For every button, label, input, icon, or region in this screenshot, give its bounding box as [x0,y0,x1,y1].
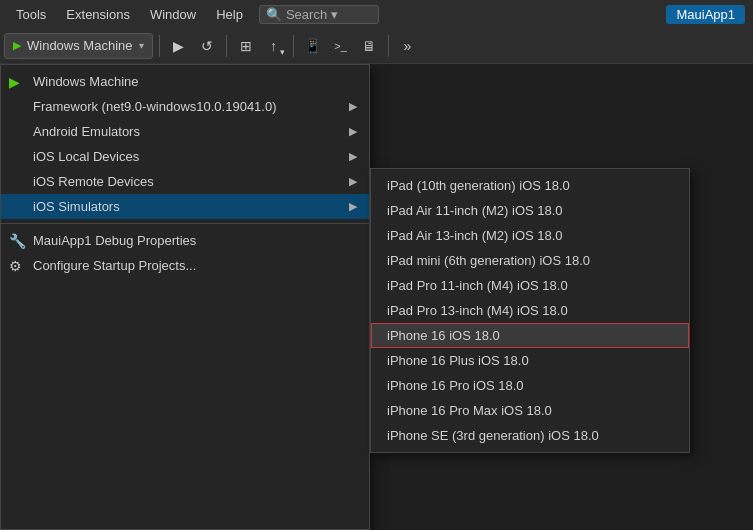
toolbar-separator-4 [388,35,389,57]
app-name-badge: MauiApp1 [666,5,745,24]
search-label: Search [286,7,327,22]
dropdown-item-android-emulators[interactable]: Android Emulators ▶ [1,119,369,144]
toolbar-separator-1 [159,35,160,57]
target-label: Windows Machine [27,38,133,53]
dropdown-item-ios-local-label: iOS Local Devices [33,149,139,164]
background-area [690,64,753,530]
device-button[interactable]: 📱 [300,33,326,59]
dropdown-item-windows-machine[interactable]: ▶ Windows Machine [1,69,369,94]
dropdown-item-ios-remote[interactable]: iOS Remote Devices ▶ [1,169,369,194]
menu-tools[interactable]: Tools [8,5,54,24]
submenu-ipad-air-11[interactable]: iPad Air 11-inch (M2) iOS 18.0 [371,198,689,223]
menu-window[interactable]: Window [142,5,204,24]
ios-simulators-arrow-icon: ▶ [349,200,357,213]
search-dropdown-arrow: ▾ [331,7,338,22]
search-bar[interactable]: 🔍 Search ▾ [259,5,379,24]
dropdown-item-configure-label: Configure Startup Projects... [33,258,196,273]
submenu-iphone-16-pro[interactable]: iPhone 16 Pro iOS 18.0 [371,373,689,398]
target-selector-button[interactable]: ▶ Windows Machine ▾ [4,33,153,59]
submenu-wrapper: iPad (10th generation) iOS 18.0 iPad Air… [370,64,690,530]
dropdown-item-ios-remote-label: iOS Remote Devices [33,174,154,189]
dropdown-item-ios-simulators[interactable]: iOS Simulators ▶ [1,194,369,219]
dropdown-separator [1,223,369,224]
toolbar-separator-3 [293,35,294,57]
ios-simulators-submenu: iPad (10th generation) iOS 18.0 iPad Air… [370,168,690,453]
menu-bar: Tools Extensions Window Help 🔍 Search ▾ … [0,0,753,28]
submenu-iphone-se-3rd[interactable]: iPhone SE (3rd generation) iOS 18.0 [371,423,689,448]
debug-props-wrench-icon: 🔧 [9,233,26,249]
toolbar: ▶ Windows Machine ▾ ▶ ↺ ⊞ ↑▾ 📱 >_ 🖥 » [0,28,753,64]
toolbar-separator-2 [226,35,227,57]
dropdown-item-framework[interactable]: Framework (net9.0-windows10.0.19041.0) ▶ [1,94,369,119]
search-icon: 🔍 [266,7,282,22]
dropdown-area: ▶ Windows Machine Framework (net9.0-wind… [0,64,753,530]
dropdown-item-windows-machine-label: Windows Machine [33,74,139,89]
dropdown-item-configure[interactable]: ⚙ Configure Startup Projects... [1,253,369,278]
dropdown-item-ios-simulators-label: iOS Simulators [33,199,120,214]
dropdown-item-debug-props-label: MauiApp1 Debug Properties [33,233,196,248]
monitor-button[interactable]: 🖥 [356,33,382,59]
restart-button[interactable]: ↺ [194,33,220,59]
submenu-ipad-10th[interactable]: iPad (10th generation) iOS 18.0 [371,173,689,198]
ios-remote-arrow-icon: ▶ [349,175,357,188]
submenu-ipad-mini-6[interactable]: iPad mini (6th generation) iOS 18.0 [371,248,689,273]
android-arrow-icon: ▶ [349,125,357,138]
ios-local-arrow-icon: ▶ [349,150,357,163]
run-button[interactable]: ▶ [166,33,192,59]
dropdown-item-debug-props[interactable]: 🔧 MauiApp1 Debug Properties [1,228,369,253]
framework-arrow-icon: ▶ [349,100,357,113]
configure-gear-icon: ⚙ [9,258,22,274]
layout-button[interactable]: ⊞ [233,33,259,59]
menu-extensions[interactable]: Extensions [58,5,138,24]
submenu-iphone-16-pro-max[interactable]: iPhone 16 Pro Max iOS 18.0 [371,398,689,423]
terminal-button[interactable]: >_ [328,33,354,59]
submenu-iphone-16[interactable]: iPhone 16 iOS 18.0 [371,323,689,348]
submenu-ipad-pro-11-m4[interactable]: iPad Pro 11-inch (M4) iOS 18.0 [371,273,689,298]
target-chevron-icon: ▾ [139,40,144,51]
submenu-iphone-16-plus[interactable]: iPhone 16 Plus iOS 18.0 [371,348,689,373]
windows-machine-play-icon: ▶ [9,74,20,90]
dropdown-item-android-label: Android Emulators [33,124,140,139]
more-options-button[interactable]: » [395,33,421,59]
submenu-ipad-air-13[interactable]: iPad Air 13-inch (M2) iOS 18.0 [371,223,689,248]
target-play-icon: ▶ [13,39,21,52]
dropdown-item-ios-local[interactable]: iOS Local Devices ▶ [1,144,369,169]
deploy-up-button[interactable]: ↑▾ [261,33,287,59]
dropdown-item-framework-label: Framework (net9.0-windows10.0.19041.0) [33,99,277,114]
submenu-ipad-pro-13-m4[interactable]: iPad Pro 13-inch (M4) iOS 18.0 [371,298,689,323]
menu-help[interactable]: Help [208,5,251,24]
target-dropdown-menu: ▶ Windows Machine Framework (net9.0-wind… [0,64,370,530]
